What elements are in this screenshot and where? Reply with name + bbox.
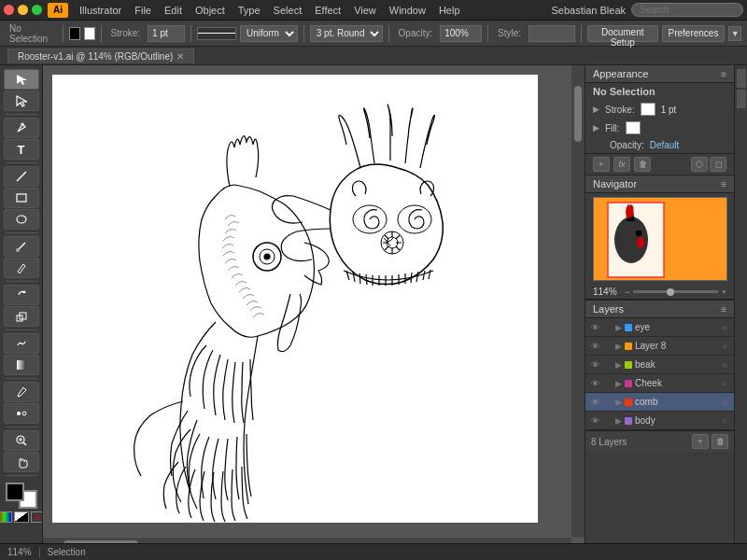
zoom-slider[interactable] <box>633 290 717 293</box>
opacity-value[interactable]: Default <box>650 140 680 150</box>
zoom-out-btn[interactable]: − <box>625 287 629 297</box>
layer-row-eye[interactable]: 👁 ▶ eye ○ <box>585 318 734 337</box>
menu-object[interactable]: Object <box>190 3 231 18</box>
layer-row-beak[interactable]: 👁 ▶ beak ○ <box>585 356 734 374</box>
appearance-stroke-row[interactable]: ▶ Stroke: 1 pt <box>585 100 734 119</box>
menu-illustrator[interactable]: Illustrator <box>74 3 127 18</box>
menu-view[interactable]: View <box>348 3 382 18</box>
beak-expand-icon[interactable]: ▶ <box>615 360 622 370</box>
stroke-pt-value[interactable]: 1 pt <box>661 105 677 115</box>
preferences-button[interactable]: Preferences <box>662 25 726 42</box>
scroll-thumb-vertical[interactable] <box>574 86 582 142</box>
rotate-tool[interactable] <box>4 285 39 305</box>
beak-layer-name[interactable]: beak <box>635 359 716 370</box>
toolbar-options[interactable]: ▼ <box>728 26 741 41</box>
fill-toggle[interactable]: ▶ <box>593 123 599 133</box>
comb-target-icon[interactable]: ○ <box>719 398 730 407</box>
menu-edit[interactable]: Edit <box>159 3 188 18</box>
menu-window[interactable]: Window <box>384 3 431 18</box>
ellipse-tool[interactable] <box>4 209 39 230</box>
comb-expand-icon[interactable]: ▶ <box>615 398 622 407</box>
layer-row-layer8[interactable]: 👁 ▶ Layer 8 ○ <box>585 337 734 356</box>
eye-layer-name[interactable]: eye <box>635 322 716 332</box>
stroke-input[interactable] <box>148 25 185 42</box>
warp-tool[interactable] <box>4 333 39 354</box>
pencil-tool[interactable] <box>4 258 39 278</box>
menu-select[interactable]: Select <box>268 3 308 18</box>
doc-tab[interactable]: Rooster-v1.ai @ 114% (RGB/Outline) ✕ <box>7 49 194 63</box>
zoom-in-btn[interactable]: + <box>722 287 726 297</box>
doc-setup-button[interactable]: Document Setup <box>587 25 658 42</box>
body-visibility-icon[interactable]: 👁 <box>589 416 600 426</box>
gradient-tool[interactable] <box>4 355 39 375</box>
cheek-expand-icon[interactable]: ▶ <box>615 379 622 388</box>
rect-tool[interactable] <box>4 188 39 208</box>
new-layer-btn[interactable]: + <box>692 434 709 449</box>
eye-visibility-icon[interactable]: 👁 <box>589 323 600 332</box>
hand-tool[interactable] <box>4 452 39 472</box>
menu-effect[interactable]: Effect <box>309 3 346 18</box>
eye-expand-icon[interactable]: ▶ <box>615 323 622 332</box>
fill-color-box[interactable] <box>84 27 95 40</box>
color-mode-color[interactable] <box>0 511 12 523</box>
selection-tool[interactable] <box>4 69 39 90</box>
stroke-preview[interactable] <box>197 27 236 40</box>
layer8-expand-icon[interactable]: ▶ <box>615 342 622 351</box>
minimize-button[interactable] <box>18 5 28 15</box>
paintbrush-tool[interactable] <box>4 236 39 257</box>
blend-tool[interactable] <box>4 403 39 424</box>
eye-target-icon[interactable]: ○ <box>719 323 730 332</box>
close-button[interactable] <box>4 5 14 15</box>
opacity-input[interactable] <box>440 25 482 42</box>
zoom-tool[interactable] <box>4 430 39 451</box>
cheek-layer-name[interactable]: Cheek <box>635 378 716 388</box>
menu-type[interactable]: Type <box>233 3 266 18</box>
canvas-area[interactable] <box>43 65 585 551</box>
appearance-menu-icon[interactable]: ≡ <box>721 69 726 79</box>
appearance-fx-btn[interactable]: fx <box>613 157 630 172</box>
menu-help[interactable]: Help <box>433 3 466 18</box>
eyedropper-tool[interactable] <box>4 382 39 402</box>
layer-row-body[interactable]: 👁 ▶ body ○ <box>585 412 734 430</box>
maximize-button[interactable] <box>32 5 42 15</box>
brush-select[interactable]: 3 pt. Round <box>310 25 383 42</box>
stroke-swatch[interactable] <box>641 103 655 116</box>
fill-swatch[interactable] <box>626 121 641 134</box>
pen-tool[interactable] <box>4 118 39 138</box>
appearance-trash-btn[interactable]: 🗑 <box>634 157 651 172</box>
cheek-visibility-icon[interactable]: 👁 <box>589 379 600 388</box>
layers-menu-icon[interactable]: ≡ <box>721 304 726 315</box>
appearance-copy-btn[interactable]: ◻ <box>710 157 726 172</box>
appearance-add-btn[interactable]: + <box>593 157 610 172</box>
type-tool[interactable]: T <box>4 139 39 160</box>
layer8-name[interactable]: Layer 8 <box>635 341 716 351</box>
color-mode-bw[interactable] <box>14 511 29 523</box>
direct-selection-tool[interactable] <box>4 91 39 111</box>
stroke-style-select[interactable]: Uniform <box>240 25 298 42</box>
beak-visibility-icon[interactable]: 👁 <box>589 360 600 370</box>
cheek-target-icon[interactable]: ○ <box>719 379 730 388</box>
navigator-zoom[interactable]: 114% <box>593 287 621 297</box>
body-expand-icon[interactable]: ▶ <box>615 416 622 426</box>
doc-tab-close[interactable]: ✕ <box>176 51 184 62</box>
layer-row-comb[interactable]: 👁 ▶ comb ○ <box>585 393 734 412</box>
foreground-color[interactable] <box>6 483 24 501</box>
color-mode-none[interactable]: ⊘ <box>31 511 44 523</box>
style-input[interactable] <box>529 25 575 42</box>
line-tool[interactable] <box>4 166 39 187</box>
layer8-visibility-icon[interactable]: 👁 <box>589 342 600 351</box>
appearance-new-btn[interactable]: ⬡ <box>691 157 708 172</box>
menu-file[interactable]: File <box>129 3 157 18</box>
layer8-target-icon[interactable]: ○ <box>719 342 730 351</box>
body-layer-name[interactable]: body <box>635 415 716 426</box>
appearance-fill-row[interactable]: ▶ Fill: <box>585 119 734 137</box>
search-input[interactable] <box>631 3 743 17</box>
body-target-icon[interactable]: ○ <box>719 416 730 426</box>
delete-layer-btn[interactable]: 🗑 <box>712 434 728 449</box>
stroke-color-box[interactable] <box>69 27 80 40</box>
vertical-scrollbar[interactable] <box>571 65 585 538</box>
edge-btn-1[interactable] <box>737 69 746 88</box>
edge-btn-2[interactable] <box>737 90 746 108</box>
comb-visibility-icon[interactable]: 👁 <box>589 398 600 407</box>
layer-row-cheek[interactable]: 👁 ▶ Cheek ○ <box>585 374 734 393</box>
